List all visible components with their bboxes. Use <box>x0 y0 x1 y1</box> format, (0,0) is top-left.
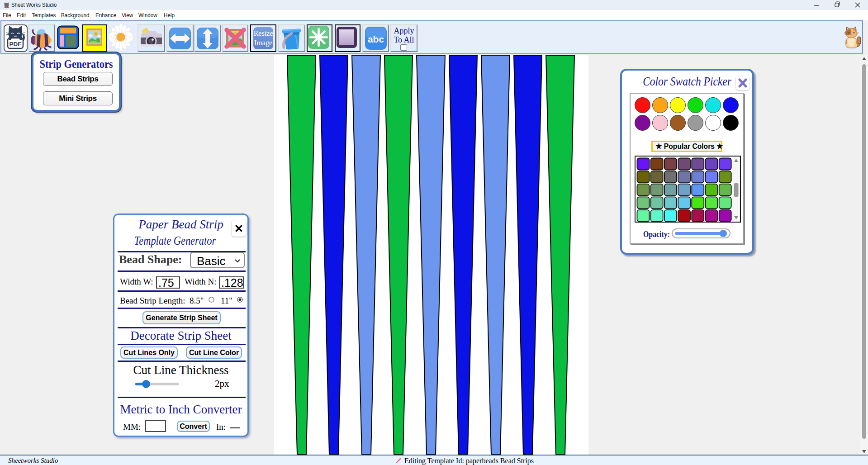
svg-text:PDF: PDF <box>9 41 22 47</box>
svg-text:abc: abc <box>368 34 384 44</box>
